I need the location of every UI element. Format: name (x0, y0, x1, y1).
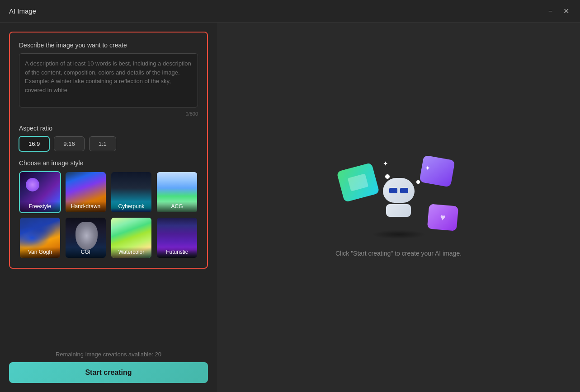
cgi-face-decoration (75, 222, 98, 250)
left-panel: Describe the image you want to create 0/… (0, 23, 217, 392)
style-freestyle[interactable]: Freestyle (19, 171, 61, 213)
start-creating-button[interactable]: Start creating (9, 362, 208, 383)
describe-section: Describe the image you want to create 0/… (19, 42, 198, 117)
style-futuristic[interactable]: Futuristic (156, 217, 198, 259)
settings-panel: Describe the image you want to create 0/… (9, 32, 208, 269)
sparkle-icon-2: ✦ (425, 164, 430, 172)
main-layout: Describe the image you want to create 0/… (0, 23, 580, 392)
style-cgi[interactable]: CGI (65, 217, 107, 259)
illustration-card-right-bottom (427, 204, 458, 231)
style-futuristic-label: Futuristic (157, 247, 197, 258)
aspect-9-16-button[interactable]: 9:16 (54, 136, 84, 151)
aspect-16-9-button[interactable]: 16:9 (19, 136, 49, 151)
style-vangogh[interactable]: Van Gogh (19, 217, 61, 259)
illustration-card-left (336, 163, 379, 202)
description-input[interactable] (19, 53, 198, 107)
char-count: 0/800 (19, 111, 198, 117)
robot-dot-top-left (385, 174, 390, 179)
robot-eye-left (389, 188, 397, 193)
style-cyberpunk[interactable]: Cyberpunk (110, 171, 152, 213)
aspect-ratio-label: Aspect ratio (19, 125, 198, 132)
window-controls: − ✕ (547, 7, 571, 16)
aspect-ratio-section: Aspect ratio 16:9 9:16 1:1 (19, 125, 198, 151)
minimize-button[interactable]: − (547, 7, 554, 16)
style-freestyle-label: Freestyle (20, 201, 60, 212)
close-button[interactable]: ✕ (561, 7, 571, 16)
describe-label: Describe the image you want to create (19, 42, 198, 49)
illustration-shadow (372, 230, 426, 239)
robot-illustration (378, 178, 419, 219)
image-style-label: Choose an image style (19, 159, 198, 167)
robot-head (383, 178, 415, 203)
aspect-1-1-button[interactable]: 1:1 (89, 136, 116, 151)
image-style-section: Choose an image style Freestyle Hand-dra… (19, 159, 198, 259)
left-bottom: Remaining image creations available: 20 … (9, 342, 208, 383)
robot-eye-right (400, 188, 408, 193)
robot-dot-top-right (416, 180, 420, 184)
style-cyberpunk-label: Cyberpunk (111, 201, 151, 212)
right-panel: ✦ ✦ Click "Start creating" to create you… (217, 23, 580, 392)
window-title: AI Image (9, 7, 36, 15)
style-handdrawn-label: Hand-drawn (66, 201, 106, 212)
style-grid: Freestyle Hand-drawn Cyberpunk (19, 171, 198, 259)
aspect-ratio-row: 16:9 9:16 1:1 (19, 136, 198, 151)
hint-text: Click "Start creating" to create your AI… (335, 250, 462, 257)
style-acg-label: ACG (157, 201, 197, 212)
title-bar: AI Image − ✕ (0, 0, 580, 23)
ai-illustration: ✦ ✦ (340, 158, 457, 239)
style-watercolor-label: Watercolor (111, 247, 151, 258)
robot-body (386, 204, 411, 217)
style-acg[interactable]: ACG (156, 171, 198, 213)
style-handdrawn[interactable]: Hand-drawn (65, 171, 107, 213)
remaining-text: Remaining image creations available: 20 (9, 351, 208, 358)
style-vangogh-label: Van Gogh (20, 247, 60, 258)
sparkle-icon-1: ✦ (383, 160, 388, 167)
style-watercolor[interactable]: Watercolor (110, 217, 152, 259)
